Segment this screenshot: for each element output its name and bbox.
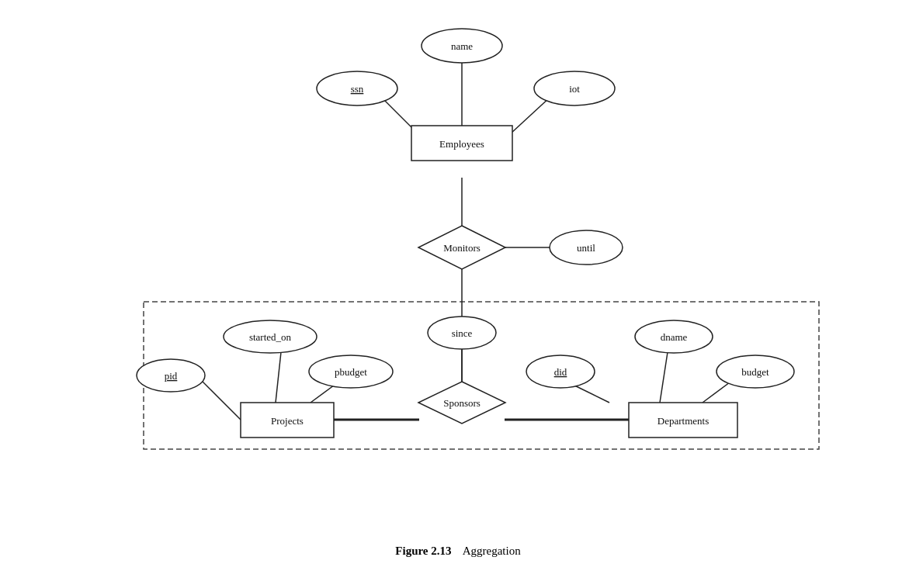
dname-label: dname xyxy=(661,331,688,343)
since-label: since xyxy=(452,327,473,339)
pbudget-label: pbudget xyxy=(335,366,367,378)
svg-line-6 xyxy=(196,375,241,420)
svg-line-13 xyxy=(660,352,668,403)
sponsors-label: Sponsors xyxy=(443,397,481,409)
figure-subtitle: Aggregation xyxy=(463,545,521,557)
ssn-label: ssn xyxy=(351,83,364,95)
name-label: name xyxy=(451,40,473,52)
monitors-label: Monitors xyxy=(443,242,481,254)
pid-label: pid xyxy=(165,370,178,382)
svg-line-7 xyxy=(276,352,281,403)
figure-caption: Figure 2.13 Aggregation xyxy=(395,545,520,558)
iot-label: iot xyxy=(569,83,580,95)
started-on-label: started_on xyxy=(249,331,292,343)
departments-label: Departments xyxy=(658,415,709,427)
diagram-container: text { font-family: 'Times New Roman', s… xyxy=(70,22,846,566)
budget-label: budget xyxy=(741,366,769,378)
employees-label: Employees xyxy=(439,138,484,150)
figure-number: Figure 2.13 xyxy=(395,545,451,557)
until-label: until xyxy=(577,242,595,254)
projects-label: Projects xyxy=(271,415,304,427)
did-label: did xyxy=(554,366,567,378)
